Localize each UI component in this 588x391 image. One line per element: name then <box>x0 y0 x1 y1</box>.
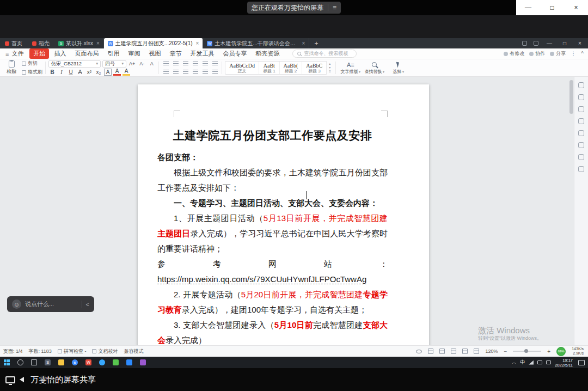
font-name-select[interactable]: 仿宋_GB2312 <box>48 60 101 68</box>
bookmark-icon[interactable] <box>578 142 584 148</box>
highlight-button[interactable]: A <box>122 69 130 76</box>
document-tab[interactable]: W土木建筑学院五...干部谈话会会议记录× <box>203 38 309 48</box>
taskbar-clock[interactable]: 19:17 2022/5/11 <box>555 358 573 368</box>
shading-icon[interactable] <box>211 69 219 76</box>
app-s-icon[interactable]: S <box>41 357 54 368</box>
align-center-icon[interactable] <box>171 69 180 76</box>
strikethrough-button[interactable]: A <box>76 69 84 76</box>
read-layout-icon[interactable] <box>428 349 433 354</box>
justify-icon[interactable] <box>191 69 199 76</box>
browser-icon[interactable]: e <box>68 357 82 368</box>
style-gallery-arrows[interactable]: ▴▾≡ <box>327 60 333 75</box>
cut-button[interactable]: 剪切 <box>22 60 42 67</box>
web-layout-icon[interactable] <box>451 349 456 354</box>
task-view-button[interactable] <box>27 357 41 368</box>
align-left-icon[interactable] <box>162 69 170 76</box>
ribbon-tab-4[interactable]: 审阅 <box>124 48 144 59</box>
zoom-level[interactable]: 120% <box>485 349 498 354</box>
find-replace-button[interactable]: 查找替换 <box>363 60 387 75</box>
ribbon-tab-8[interactable]: 会员专享 <box>219 48 250 59</box>
number-list-icon[interactable] <box>171 60 180 68</box>
indent-decrease-icon[interactable] <box>191 60 199 68</box>
document-tab[interactable]: S某以升.xlsx× <box>54 38 104 48</box>
tray-expand-icon[interactable]: ︿ <box>512 359 516 365</box>
ribbon-tab-6[interactable]: 章节 <box>166 48 185 59</box>
ribbon-tab-9[interactable]: 稻壳资源 <box>252 48 283 59</box>
maximize-button[interactable]: □ <box>540 0 564 15</box>
editor-icon[interactable] <box>136 357 150 368</box>
tab-close-icon[interactable]: × <box>301 40 305 46</box>
bold-button[interactable]: B <box>48 69 56 76</box>
search-button[interactable] <box>14 357 27 368</box>
wps-close-button[interactable]: × <box>573 40 587 46</box>
ime-indicator[interactable]: 中 <box>520 359 525 366</box>
scrollbar-thumb[interactable] <box>569 80 573 114</box>
word-count[interactable]: 字数: 1183 <box>29 348 52 355</box>
zoom-out-button[interactable]: − <box>504 349 507 355</box>
line-spacing-icon[interactable] <box>211 60 219 68</box>
distribute-icon[interactable] <box>201 69 209 76</box>
vertical-scrollbar[interactable] <box>569 78 573 335</box>
command-search-box[interactable]: 查找命令、搜索模板 <box>292 50 357 58</box>
indent-increase-icon[interactable] <box>201 60 209 68</box>
wechat-icon[interactable] <box>109 357 122 368</box>
font-size-select[interactable]: 四号 <box>102 60 126 68</box>
close-button[interactable]: × <box>564 0 588 15</box>
help-icon[interactable] <box>578 130 584 136</box>
compat-mode-label[interactable]: 兼容模式 <box>124 348 143 355</box>
superscript-button[interactable]: x² <box>85 69 93 76</box>
more-options-icon[interactable]: ⋮ <box>571 51 576 57</box>
meeting-icon[interactable] <box>122 357 136 368</box>
share-icon[interactable] <box>578 82 584 88</box>
paste-button[interactable]: 粘贴 <box>3 60 20 75</box>
start-button[interactable] <box>0 357 14 368</box>
headset-icon[interactable] <box>578 154 584 160</box>
underline-button[interactable]: U <box>67 69 75 76</box>
increase-font-button[interactable]: A+ <box>128 60 136 68</box>
clear-format-button[interactable]: A <box>148 60 156 68</box>
document-tab[interactable]: W土建学院五月份团支...2022-5(1)× <box>104 38 204 48</box>
user-account-icon[interactable] <box>534 41 538 46</box>
ribbon-tab-7[interactable]: 开发工具 <box>186 48 218 59</box>
cursor-icon[interactable] <box>578 106 584 112</box>
style-heading-2[interactable]: AaBb(标题 2 <box>280 62 303 74</box>
wps-home-button[interactable]: 首页 <box>0 38 27 48</box>
style-heading-1[interactable]: AaBt标题 1 <box>259 62 280 74</box>
style-heading-3[interactable]: AaBbC标题 3 <box>302 62 327 74</box>
menubar-action-2[interactable]: 分享 <box>550 50 566 57</box>
chat-input-placeholder[interactable]: 说点什么... <box>25 300 78 308</box>
italic-button[interactable]: I <box>58 69 65 76</box>
spellcheck-toggle[interactable]: 拼写检查 - <box>58 348 87 355</box>
chat-collapse-button[interactable]: < <box>86 301 89 308</box>
fullscreen-icon[interactable] <box>474 349 479 354</box>
style-normal[interactable]: AaBbCcDd正文 <box>225 62 259 74</box>
tab-close-icon[interactable]: × <box>95 40 100 46</box>
bullet-list-icon[interactable] <box>162 60 170 68</box>
wps-maximize-button[interactable]: □ <box>558 40 572 46</box>
zoom-slider[interactable] <box>513 351 541 352</box>
char-border-button[interactable]: A <box>104 69 112 76</box>
file-explorer-icon[interactable] <box>54 357 68 368</box>
ribbon-tab-1[interactable]: 插入 <box>50 48 70 59</box>
collapse-ribbon-icon[interactable]: ^ <box>581 51 584 57</box>
format-painter-button[interactable]: 格式刷 <box>22 69 42 76</box>
file-menu-button[interactable]: ≡ 文件 <box>0 50 29 58</box>
network-icon[interactable] <box>537 361 542 364</box>
minimize-button[interactable]: — <box>516 0 540 15</box>
menubar-action-1[interactable]: 协作 <box>529 50 545 57</box>
subscript-button[interactable]: x₂ <box>95 69 102 76</box>
select-button[interactable]: 选择 <box>387 60 411 75</box>
layout-menu-icon[interactable]: ≡ <box>333 4 336 11</box>
zoom-in-button[interactable]: + <box>547 349 550 355</box>
text-typesetting-button[interactable]: A≡ 文字排版 <box>339 60 363 75</box>
docer-button[interactable]: 稻壳 <box>27 38 54 48</box>
wps-icon[interactable]: W <box>82 357 95 368</box>
ribbon-tab-5[interactable]: 视图 <box>145 48 164 59</box>
tab-close-icon[interactable]: × <box>195 40 199 46</box>
font-color-button[interactable]: A <box>113 69 121 76</box>
decrease-font-button[interactable]: A- <box>138 60 146 68</box>
ribbon-tab-2[interactable]: 页面布局 <box>71 48 102 59</box>
phone-icon[interactable] <box>578 166 584 172</box>
qq-icon[interactable] <box>95 357 109 368</box>
align-right-icon[interactable] <box>181 69 189 76</box>
